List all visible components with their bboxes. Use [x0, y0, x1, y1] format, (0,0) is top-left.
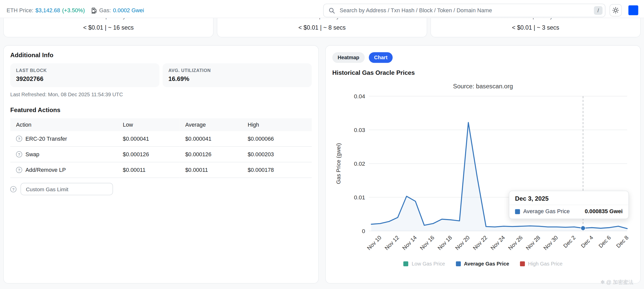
custom-gas-limit-input[interactable]	[20, 183, 113, 195]
chart-panel-title: Historical Gas Oracle Prices	[332, 69, 415, 76]
legend-swatch-average	[456, 261, 461, 266]
help-icon[interactable]: ?	[16, 167, 22, 173]
legend-swatch-high	[520, 261, 525, 266]
action-high-cost: $0.000203	[242, 147, 312, 162]
x-tick-label: Dec 2	[562, 234, 577, 249]
col-header-low: Low	[117, 118, 180, 131]
x-tick-label: Nov 26	[507, 234, 524, 251]
tooltip-value: 0.000835 Gwei	[585, 208, 623, 214]
chart-tab-button[interactable]: Chart	[369, 52, 393, 63]
legend-item-low[interactable]: Low Gas Price	[403, 261, 445, 267]
heatmap-tab-button[interactable]: Heatmap	[332, 52, 365, 63]
top-header: ETH Price: $3,142.68 (+3.50%) Gas: 0.000…	[0, 0, 644, 18]
action-average-cost: $0.000126	[179, 147, 242, 162]
gas-card-cost-time: < $0.01 | ~ 16 secs	[83, 24, 134, 31]
view-toggle: Heatmap Chart	[332, 52, 393, 63]
table-row: ? Add/Remove LP $0.00011 $0.00011 $0.000…	[10, 162, 312, 178]
x-tick-label: Nov 28	[525, 234, 541, 251]
x-tick-label: Nov 16	[419, 234, 436, 251]
tooltip-series-label: Average Gas Price	[523, 208, 570, 214]
y-tick-label: 0.01	[354, 194, 365, 201]
help-icon[interactable]: ?	[16, 136, 22, 142]
tooltip-row: Average Gas Price 0.000835 Gwei	[509, 205, 628, 219]
action-low-cost: $0.000126	[117, 147, 180, 162]
y-tick-label: 0	[362, 228, 365, 234]
x-tick-label: Nov 24	[489, 234, 506, 251]
x-tick-label: Dec 8	[615, 234, 630, 249]
featured-actions-title: Featured Actions	[10, 106, 312, 114]
x-tick-label: Nov 14	[401, 234, 418, 251]
table-row: ? ERC-20 Transfer $0.000041 $0.000041 $0…	[10, 131, 312, 146]
action-high-cost: $0.000178	[242, 162, 312, 178]
base-network-logo[interactable]	[628, 5, 638, 15]
stats-row: LAST BLOCK 39202766 AVG. UTILIZATION 16.…	[10, 63, 312, 87]
x-tick-label: Nov 22	[472, 234, 488, 251]
legend-swatch-low	[403, 261, 408, 266]
action-name: Add/Remove LP	[26, 167, 66, 173]
action-low-cost: $0.000041	[117, 131, 180, 146]
last-block-stat: LAST BLOCK 39202766	[10, 63, 159, 87]
gas-label: Gas:	[99, 7, 111, 13]
gas-history-plot[interactable]: 00.010.020.030.04Nov 10Nov 12Nov 14Nov 1…	[331, 81, 635, 258]
chart-legend: Low Gas Price Average Gas Price High Gas…	[326, 261, 640, 267]
gas-price-group: Gas: 0.0002 Gwei	[92, 7, 144, 13]
hovered-point-marker	[581, 226, 585, 231]
eth-price-change: (+3.50%)	[62, 7, 85, 13]
table-header-row: Action Low Average High	[10, 118, 312, 131]
custom-gas-limit-row: ?	[10, 183, 312, 195]
sun-icon	[612, 7, 619, 14]
y-tick-label: 0.04	[354, 93, 365, 100]
gas-history-card: Heatmap Chart Historical Gas Oracle Pric…	[325, 45, 641, 284]
action-name: ERC-20 Transfer	[26, 136, 67, 142]
x-tick-label: Dec 4	[580, 234, 595, 249]
gas-price-link[interactable]: 0.0002 Gwei	[113, 7, 144, 13]
page: Base: < 0.001 | Priority: < 0.001 < $0.0…	[0, 0, 644, 289]
x-tick-label: Nov 18	[436, 234, 453, 251]
legend-item-high[interactable]: High Gas Price	[520, 261, 563, 267]
additional-info-title: Additional Info	[10, 51, 312, 59]
search-bar: /	[323, 4, 605, 17]
action-high-cost: $0.000066	[242, 131, 312, 146]
y-axis-title: Gas Price (gwei)	[335, 143, 342, 184]
table-row: ? Swap $0.000126 $0.000126 $0.000203	[10, 147, 312, 162]
eth-price-label: ETH Price:	[7, 7, 33, 13]
search-icon	[329, 7, 335, 14]
action-average-cost: $0.000041	[179, 131, 242, 146]
search-input[interactable]	[339, 7, 594, 14]
x-tick-label: Nov 30	[542, 234, 559, 251]
action-low-cost: $0.00011	[117, 162, 180, 178]
slash-shortcut-badge: /	[594, 6, 603, 15]
theme-toggle-button[interactable]	[610, 4, 622, 16]
avg-utilization-label: AVG. UTILIZATION	[168, 67, 306, 73]
action-average-cost: $0.00011	[179, 162, 242, 178]
eth-price-link[interactable]: $3,142.68	[35, 7, 60, 13]
last-block-label: LAST BLOCK	[16, 67, 154, 73]
action-name: Swap	[26, 151, 39, 157]
avg-utilization-stat: AVG. UTILIZATION 16.69%	[163, 63, 312, 87]
tooltip-date: Dec 3, 2025	[509, 191, 628, 205]
last-refreshed-text: Last Refreshed: Mon, 08 Dec 2025 11:54:3…	[10, 91, 312, 98]
x-tick-label: Nov 10	[366, 234, 382, 251]
avg-utilization-value: 16.69%	[168, 75, 306, 83]
col-header-high: High	[242, 118, 312, 131]
x-tick-label: Nov 20	[454, 234, 471, 251]
y-tick-label: 0.02	[354, 161, 365, 167]
gas-pump-icon	[92, 7, 97, 13]
additional-info-card: Additional Info LAST BLOCK 39202766 AVG.…	[3, 45, 319, 284]
col-header-action: Action	[10, 118, 117, 131]
series-color-swatch	[515, 209, 520, 214]
gas-card-cost-time: < $0.01 | ~ 8 secs	[298, 24, 345, 31]
x-tick-label: Dec 6	[597, 234, 612, 249]
legend-item-average[interactable]: Average Gas Price	[456, 261, 509, 267]
help-icon[interactable]: ?	[10, 186, 16, 192]
eth-price-group: ETH Price: $3,142.68 (+3.50%)	[7, 7, 85, 13]
x-tick-label: Nov 12	[383, 234, 400, 251]
col-header-average: Average	[179, 118, 242, 131]
featured-actions-table: Action Low Average High ? ERC-20 Transfe…	[10, 118, 312, 178]
gas-card-cost-time: < $0.01 | ~ 3 secs	[512, 24, 559, 31]
chart-tooltip: Dec 3, 2025 Average Gas Price 0.000835 G…	[509, 191, 629, 219]
watermark: ✻ @ 加密蜜法	[600, 279, 633, 286]
last-block-value: 39202766	[16, 75, 154, 83]
y-tick-label: 0.03	[354, 127, 365, 133]
help-icon[interactable]: ?	[16, 151, 22, 157]
